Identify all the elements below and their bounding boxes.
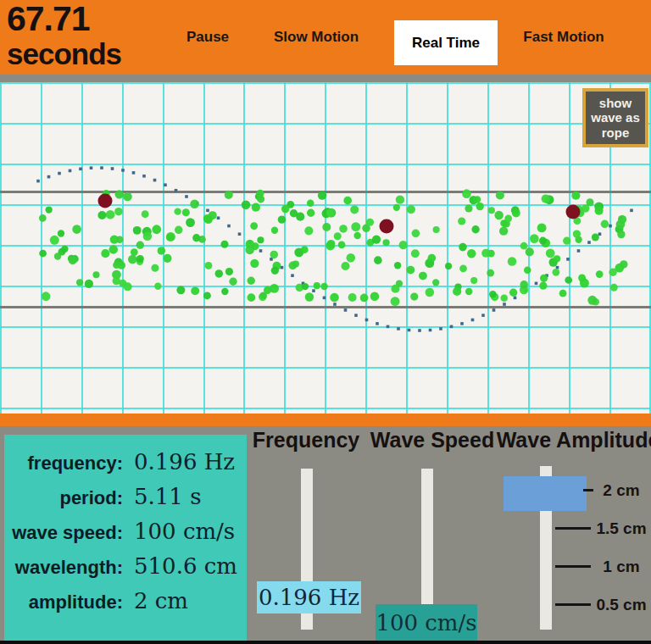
control-panel: frequency:0.196 Hz period:5.11 s wave sp… xyxy=(0,426,651,641)
header-divider xyxy=(0,75,651,82)
frequency-slider-title: Frequency xyxy=(253,428,359,452)
readout-row: amplitude:2 cm xyxy=(4,588,247,623)
readout-row: wave speed:100 cm/s xyxy=(4,519,247,553)
readout-label: frequency: xyxy=(4,452,123,475)
readout-label: amplitude: xyxy=(4,591,123,613)
timer: 67.71 seconds xyxy=(7,2,121,69)
timer-unit: seconds xyxy=(7,39,121,69)
amplitude-tick-1cm xyxy=(555,565,591,568)
grid-lines xyxy=(0,82,651,414)
wave-speed-slider-title: Wave Speed xyxy=(370,428,494,452)
real-time-button[interactable]: Real Time xyxy=(394,20,498,65)
readout-label: wavelength: xyxy=(4,557,123,579)
amplitude-tick-label: 1 cm xyxy=(593,558,650,576)
slow-motion-button[interactable]: Slow Motion xyxy=(269,0,364,75)
readout-value: 510.6 cm xyxy=(134,553,237,579)
orange-strip xyxy=(0,414,651,426)
header-bar: 67.71 seconds Pause Slow Motion Real Tim… xyxy=(0,0,651,75)
amplitude-tick-1-5cm xyxy=(555,527,591,530)
readout-panel: frequency:0.196 Hz period:5.11 s wave sp… xyxy=(4,435,247,641)
medium-particles xyxy=(39,189,628,306)
wave-speed-value-box[interactable]: 100 cm/s xyxy=(376,604,477,641)
wave-amplitude-slider-handle[interactable] xyxy=(504,476,587,511)
wave-amplitude-slider-title: Wave Amplitude xyxy=(497,428,651,452)
simulation-area: show wave as rope xyxy=(0,82,651,414)
show-wave-as-rope-button[interactable]: show wave as rope xyxy=(582,88,648,147)
readout-row: period:5.11 s xyxy=(4,484,247,519)
amplitude-tick-label: 2 cm xyxy=(593,481,650,500)
pause-button[interactable]: Pause xyxy=(181,0,234,75)
marked-particles xyxy=(98,194,581,234)
readout-row: wavelength:510.6 cm xyxy=(4,553,247,588)
bottom-edge xyxy=(0,641,651,644)
frequency-value-box[interactable]: 0.196 Hz xyxy=(257,581,361,613)
wave-simulator: 67.71 seconds Pause Slow Motion Real Tim… xyxy=(0,0,651,644)
readout-row: frequency:0.196 Hz xyxy=(4,449,247,484)
readout-value: 2 cm xyxy=(134,588,188,613)
readout-value: 100 cm/s xyxy=(134,519,235,544)
amplitude-tick-label: 0.5 cm xyxy=(593,596,650,614)
timer-value: 67.71 xyxy=(7,2,121,36)
readout-label: wave speed: xyxy=(4,522,123,544)
readout-label: period: xyxy=(4,487,123,509)
sim-canvas xyxy=(0,82,651,414)
amplitude-tick-label: 1.5 cm xyxy=(593,519,650,538)
fast-motion-button[interactable]: Fast Motion xyxy=(518,0,609,75)
readout-value: 5.11 s xyxy=(134,484,202,509)
amplitude-tick-0-5cm xyxy=(555,603,591,606)
readout-value: 0.196 Hz xyxy=(134,449,235,475)
